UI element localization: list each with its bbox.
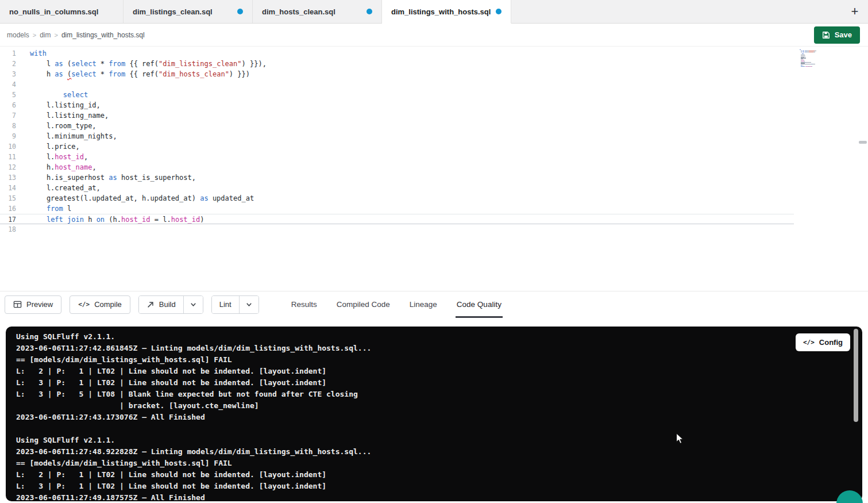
code-token: l	[30, 60, 55, 68]
lint-button-label: Lint	[219, 300, 232, 309]
code-token: select	[63, 91, 88, 99]
lint-button[interactable]: Lint	[212, 296, 239, 313]
terminal-line: Using SQLFluff v2.1.1.	[16, 435, 862, 446]
code-token: ) }})	[229, 70, 250, 78]
code-token: "dim_hosts_clean"	[159, 70, 229, 78]
lint-split-button: Lint	[211, 295, 259, 314]
code-token: *	[97, 60, 109, 68]
terminal-line: L: 3 | P: 1 | LT02 | Line should not be …	[16, 377, 862, 389]
code-line[interactable]: 13 h.is_superhost as host_is_superhost,	[0, 172, 794, 183]
terminal-line: 2023-06-06T11:27:49.187575Z — All Finish…	[16, 492, 862, 501]
terminal-scrollbar-thumb[interactable]	[854, 329, 858, 422]
minimap[interactable]	[800, 49, 834, 68]
code-token: l.listing_name,	[30, 112, 109, 120]
code-line[interactable]: 4	[0, 79, 794, 90]
chevron-down-icon	[245, 301, 253, 308]
line-number: 13	[0, 172, 16, 183]
line-number: 7	[0, 110, 16, 121]
code-token: (h.	[105, 216, 121, 224]
tab-label: dim_hosts_clean.sql	[262, 7, 335, 16]
compile-button[interactable]: </> Compile	[70, 295, 130, 314]
code-token	[63, 70, 67, 78]
editor-scrollbar[interactable]	[859, 141, 867, 144]
line-number: 10	[0, 141, 16, 152]
code-line[interactable]: 2 l as (select * from {{ ref("dim_listin…	[0, 59, 794, 69]
code-text: l.minimum_nights,	[16, 131, 117, 141]
code-line[interactable]: 9 l.minimum_nights,	[0, 131, 794, 141]
editor-tab[interactable]: no_nulls_in_columns.sql	[0, 0, 124, 23]
code-token: h	[30, 70, 55, 78]
panel-tab-results[interactable]: Results	[290, 291, 318, 318]
code-token: ,	[92, 163, 96, 171]
code-line[interactable]: 3 h as (select * from {{ ref("dim_hosts_…	[0, 69, 794, 79]
terminal-line: 2023-06-06T11:27:43.173076Z — All Finish…	[16, 412, 862, 423]
code-token: host_id	[121, 216, 151, 224]
code-token: l.listing_id,	[30, 101, 101, 109]
line-number: 14	[0, 183, 16, 193]
line-number: 16	[0, 203, 16, 214]
editor-tab[interactable]: dim_listings_with_hosts.sql	[382, 0, 511, 24]
new-tab-button[interactable]: +	[842, 0, 868, 23]
terminal-line: L: 2 | P: 1 | LT02 | Line should not be …	[16, 366, 862, 377]
code-token: h	[84, 216, 97, 224]
tab-bar: no_nulls_in_columns.sqldim_listings_clea…	[0, 0, 868, 24]
save-button[interactable]: Save	[814, 26, 860, 44]
panel-tab-lineage[interactable]: Lineage	[408, 291, 438, 318]
code-lines: 1with2 l as (select * from {{ ref("dim_l…	[0, 47, 794, 235]
code-line[interactable]: 10 l.price,	[0, 141, 794, 152]
code-token: "dim_listings_clean"	[159, 60, 242, 68]
compile-button-label: Compile	[94, 300, 122, 309]
breadcrumb-item[interactable]: dim	[40, 31, 51, 39]
unsaved-changes-dot	[237, 9, 243, 14]
code-line[interactable]: 1with	[0, 48, 794, 59]
dbt-cloud-ide: no_nulls_in_columns.sqldim_listings_clea…	[0, 0, 868, 503]
panel-tab-compiled-code[interactable]: Compiled Code	[335, 291, 391, 318]
code-line[interactable]: 5 select	[0, 90, 794, 100]
code-line[interactable]: 18	[0, 224, 794, 235]
code-token: from	[47, 205, 63, 213]
breadcrumb-item[interactable]: dim_listings_with_hosts.sql	[61, 31, 145, 39]
breadcrumb-item[interactable]: models	[7, 31, 29, 39]
code-token: l.minimum_nights,	[30, 132, 117, 140]
config-button-label: Config	[819, 338, 843, 347]
lint-options-button[interactable]	[239, 296, 259, 313]
code-token: (	[63, 60, 71, 68]
code-token: host_id	[171, 216, 200, 224]
code-text	[16, 224, 30, 235]
editor-tab[interactable]: dim_listings_clean.sql	[124, 0, 253, 23]
line-number: 4	[0, 79, 16, 90]
code-line[interactable]: 15 greatest(l.updated_at, h.updated_at) …	[0, 193, 794, 203]
config-button[interactable]: </> Config	[796, 333, 850, 351]
code-line[interactable]: 17 left join h on (h.host_id = l.host_id…	[0, 214, 794, 224]
chevron-down-icon	[190, 301, 197, 308]
code-token: host_name	[55, 163, 92, 171]
build-icon	[146, 301, 155, 309]
code-icon: </>	[78, 301, 90, 308]
code-token: h.is_superhost	[30, 174, 109, 182]
panel-tab-code-quality[interactable]: Code Quality	[456, 291, 503, 318]
build-split-button: Build	[138, 295, 203, 314]
editor-tab[interactable]: dim_hosts_clean.sql	[253, 0, 382, 23]
code-line[interactable]: 16 from l	[0, 203, 794, 214]
code-token: ) }}),	[242, 60, 267, 68]
code-editor[interactable]: 1with2 l as (select * from {{ ref("dim_l…	[0, 47, 868, 291]
code-line[interactable]: 8 l.room_type,	[0, 121, 794, 131]
breadcrumb-separator: >	[54, 32, 57, 39]
save-icon	[822, 31, 830, 39]
code-line[interactable]: 6 l.listing_id,	[0, 100, 794, 110]
code-line[interactable]: 7 l.listing_name,	[0, 110, 794, 121]
code-token: on	[97, 216, 105, 224]
terminal-line: | bracket. [layout.cte_newline]	[16, 400, 862, 412]
preview-button-label: Preview	[26, 300, 53, 309]
build-options-button[interactable]	[183, 296, 203, 313]
code-line[interactable]: 14 l.created_at,	[0, 183, 794, 193]
terminal-line: L: 2 | P: 1 | LT02 | Line should not be …	[16, 469, 862, 481]
code-token: )	[200, 216, 204, 224]
terminal-line: == [models/dim/dim_listings_with_hosts.s…	[16, 354, 862, 366]
code-line[interactable]: 11 l.host_id,	[0, 152, 794, 162]
preview-table-icon	[13, 300, 22, 309]
code-line[interactable]: 12 h.host_name,	[0, 162, 794, 172]
code-token: select	[71, 60, 96, 68]
build-button[interactable]: Build	[139, 296, 183, 313]
preview-button[interactable]: Preview	[5, 295, 61, 314]
